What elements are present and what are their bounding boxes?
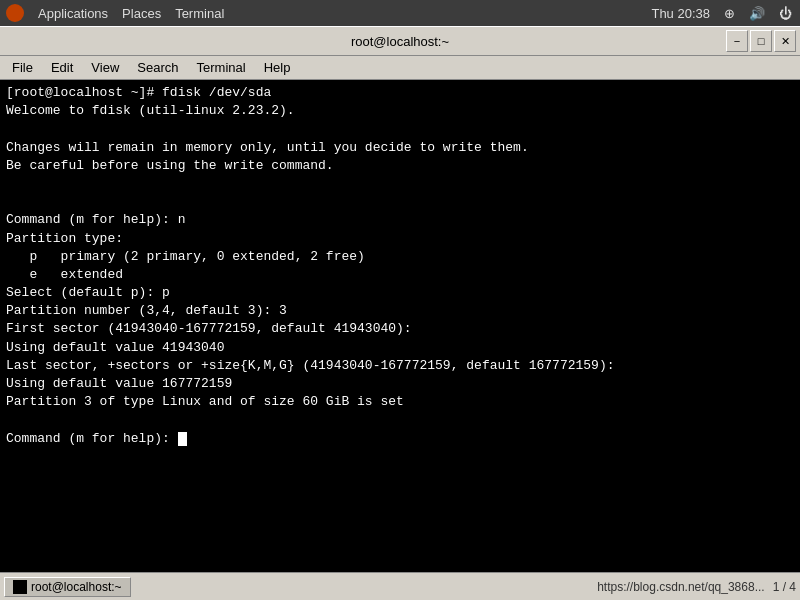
taskbar-item[interactable]: root@localhost:~: [4, 577, 131, 597]
terminal-content[interactable]: [root@localhost ~]# fdisk /dev/sdaWelcom…: [0, 80, 800, 572]
time-display: Thu 20:38: [651, 6, 710, 21]
close-button[interactable]: ✕: [774, 30, 796, 52]
terminal-line: Command (m for help):: [6, 430, 794, 448]
window-title: root@localhost:~: [351, 34, 449, 49]
page-info: 1 / 4: [773, 580, 796, 594]
terminal-menu[interactable]: Terminal: [175, 6, 224, 21]
terminal-line: Partition type:: [6, 230, 794, 248]
os-logo-icon: [6, 4, 24, 22]
terminal-line: Be careful before using the write comman…: [6, 157, 794, 175]
places-menu[interactable]: Places: [122, 6, 161, 21]
volume-icon: 🔊: [748, 4, 766, 22]
terminal-line: Using default value 41943040: [6, 339, 794, 357]
maximize-button[interactable]: □: [750, 30, 772, 52]
terminal-line: Welcome to fdisk (util-linux 2.23.2).: [6, 102, 794, 120]
terminal-line: Select (default p): p: [6, 284, 794, 302]
terminal-line: [6, 120, 794, 138]
terminal-line: Changes will remain in memory only, unti…: [6, 139, 794, 157]
terminal-line: Command (m for help): n: [6, 211, 794, 229]
menu-item-view[interactable]: View: [83, 58, 127, 77]
terminal-line: [root@localhost ~]# fdisk /dev/sda: [6, 84, 794, 102]
terminal-line: Using default value 167772159: [6, 375, 794, 393]
power-icon: ⏻: [776, 4, 794, 22]
terminal-line: First sector (41943040-167772159, defaul…: [6, 320, 794, 338]
terminal-window: root@localhost:~ − □ ✕ FileEditViewSearc…: [0, 26, 800, 600]
url-hint: https://blog.csdn.net/qq_3868...: [597, 580, 764, 594]
network-icon: ⊕: [720, 4, 738, 22]
menu-item-help[interactable]: Help: [256, 58, 299, 77]
terminal-cursor: [178, 432, 187, 446]
menu-item-edit[interactable]: Edit: [43, 58, 81, 77]
menu-item-terminal[interactable]: Terminal: [189, 58, 254, 77]
menu-bar: FileEditViewSearchTerminalHelp: [0, 56, 800, 80]
taskbar-terminal-icon: [13, 580, 27, 594]
terminal-line: [6, 193, 794, 211]
terminal-line: e extended: [6, 266, 794, 284]
status-bar: root@localhost:~ https://blog.csdn.net/q…: [0, 572, 800, 600]
applications-menu[interactable]: Applications: [38, 6, 108, 21]
terminal-line: p primary (2 primary, 0 extended, 2 free…: [6, 248, 794, 266]
system-bar: Applications Places Terminal Thu 20:38 ⊕…: [0, 0, 800, 26]
terminal-line: Last sector, +sectors or +size{K,M,G} (4…: [6, 357, 794, 375]
terminal-line: [6, 175, 794, 193]
terminal-line: Partition 3 of type Linux and of size 60…: [6, 393, 794, 411]
menu-item-search[interactable]: Search: [129, 58, 186, 77]
minimize-button[interactable]: −: [726, 30, 748, 52]
terminal-line: Partition number (3,4, default 3): 3: [6, 302, 794, 320]
terminal-line: [6, 411, 794, 429]
title-bar: root@localhost:~ − □ ✕: [0, 26, 800, 56]
menu-item-file[interactable]: File: [4, 58, 41, 77]
taskbar-label: root@localhost:~: [31, 580, 122, 594]
